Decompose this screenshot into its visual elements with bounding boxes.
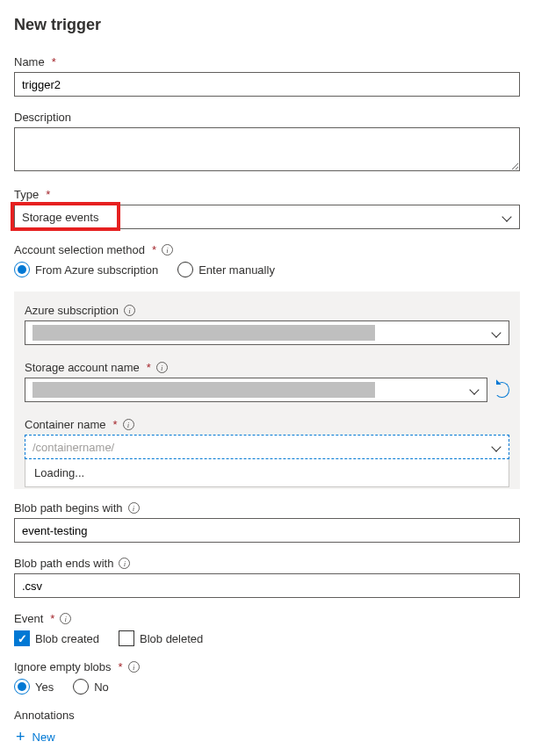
event-label: Event: [14, 612, 43, 625]
chevron-down-icon: [469, 385, 480, 395]
blob-begins-field: Blob path begins with i: [14, 501, 520, 543]
storage-acct-label: Storage account name: [25, 361, 140, 374]
radio-label: No: [94, 680, 109, 694]
account-method-label: Account selection method: [14, 243, 145, 256]
container-select[interactable]: /containername/: [25, 435, 509, 459]
chevron-down-icon: [491, 442, 502, 452]
blob-begins-label: Blob path begins with: [14, 501, 123, 515]
info-icon[interactable]: i: [162, 244, 173, 256]
container-label: Container name: [25, 418, 106, 431]
required-asterisk: *: [50, 612, 54, 625]
loading-text: Loading...: [34, 466, 84, 479]
checkbox-blob-deleted[interactable]: Blob deleted: [119, 630, 203, 646]
radio-enter-manually[interactable]: Enter manually: [177, 262, 275, 277]
info-icon[interactable]: i: [60, 613, 71, 624]
radio-icon-selected: [14, 262, 30, 277]
checkbox-label: Blob created: [35, 632, 99, 645]
checkbox-icon: [119, 630, 134, 646]
ignore-empty-label: Ignore empty blobs: [14, 660, 112, 673]
info-icon[interactable]: i: [128, 502, 140, 514]
type-value: Storage events: [22, 211, 98, 224]
radio-icon: [177, 262, 193, 277]
radio-icon: [73, 679, 89, 695]
name-input[interactable]: [14, 72, 520, 97]
azure-sub-select[interactable]: [25, 320, 509, 345]
masked-value: [32, 382, 375, 398]
blob-ends-field: Blob path ends with i: [14, 557, 520, 598]
description-field: Description: [14, 111, 520, 174]
ignore-empty-field: Ignore empty blobs* i Yes No: [14, 660, 520, 695]
refresh-icon[interactable]: [494, 382, 509, 398]
required-asterisk: *: [52, 55, 56, 68]
radio-label: From Azure subscription: [35, 263, 158, 277]
account-method-field: Account selection method* i From Azure s…: [14, 243, 520, 277]
masked-value: [32, 325, 375, 341]
info-icon[interactable]: i: [156, 362, 168, 373]
page-title: New trigger: [14, 16, 520, 34]
plus-icon: +: [16, 729, 25, 745]
required-asterisk: *: [113, 418, 118, 431]
type-label: Type: [14, 188, 39, 201]
radio-yes[interactable]: Yes: [14, 679, 54, 695]
required-asterisk: *: [46, 188, 50, 201]
event-field: Event* i ✓ Blob created Blob deleted: [14, 612, 520, 646]
required-asterisk: *: [152, 243, 156, 256]
add-annotation-button[interactable]: + New: [14, 725, 520, 748]
chevron-down-icon: [491, 328, 502, 338]
name-field: Name*: [14, 55, 520, 97]
annotations-field: Annotations + New: [14, 709, 520, 748]
annotations-label: Annotations: [14, 709, 75, 722]
info-icon[interactable]: i: [119, 558, 130, 569]
required-asterisk: *: [147, 361, 151, 374]
blob-ends-label: Blob path ends with: [14, 557, 113, 570]
radio-from-azure[interactable]: From Azure subscription: [14, 262, 158, 277]
required-asterisk: *: [119, 660, 123, 673]
chevron-down-icon: [502, 212, 512, 222]
azure-subscription-field: Azure subscription i: [25, 304, 509, 345]
checkbox-label: Blob deleted: [140, 632, 203, 645]
container-placeholder: /containername/: [32, 441, 114, 454]
info-icon[interactable]: i: [124, 305, 135, 316]
radio-icon-selected: [14, 679, 30, 695]
blob-begins-input[interactable]: [14, 518, 520, 543]
description-input[interactable]: [14, 127, 520, 171]
radio-label: Enter manually: [198, 263, 275, 277]
type-field: Type* Storage events: [14, 188, 520, 229]
checkbox-blob-created[interactable]: ✓ Blob created: [14, 630, 99, 646]
name-label: Name: [14, 55, 45, 68]
new-label: New: [32, 731, 55, 744]
info-icon[interactable]: i: [128, 661, 140, 673]
checkbox-icon-checked: ✓: [14, 630, 30, 646]
storage-acct-select[interactable]: [25, 378, 487, 402]
blob-ends-input[interactable]: [14, 573, 520, 598]
description-label: Description: [14, 111, 71, 124]
type-select[interactable]: Storage events: [14, 205, 520, 229]
storage-account-field: Storage account name* i: [25, 361, 509, 402]
container-name-field: Container name* i /containername/ Loadin…: [25, 418, 509, 487]
radio-label: Yes: [35, 680, 54, 694]
azure-config-panel: Azure subscription i Storage account nam…: [14, 292, 520, 489]
container-dropdown-panel: Loading...: [25, 459, 509, 487]
info-icon[interactable]: i: [123, 419, 134, 430]
radio-no[interactable]: No: [73, 679, 109, 695]
azure-sub-label: Azure subscription: [25, 304, 119, 317]
